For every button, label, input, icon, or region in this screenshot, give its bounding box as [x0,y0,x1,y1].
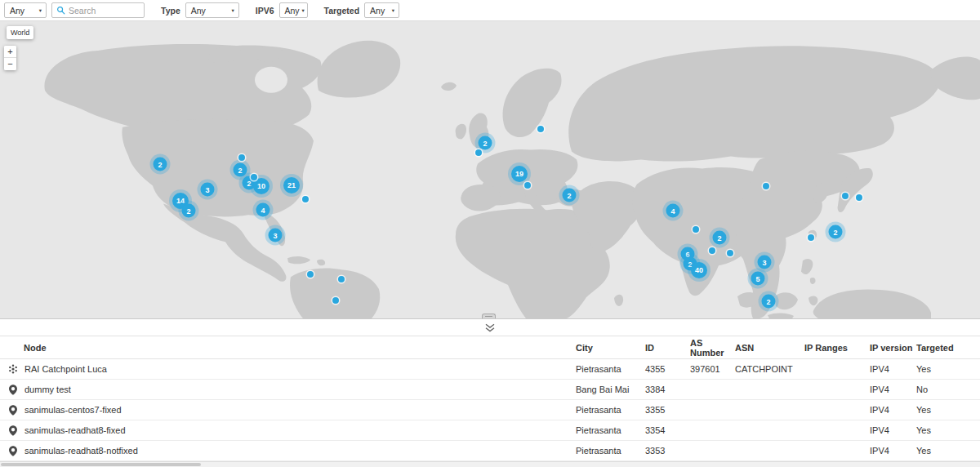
world-map-panel[interactable]: 231422210214321924262403522 World + − [0,21,980,318]
node-table: Node City ID AS Number ASN IP Ranges IP … [0,336,980,461]
column-header-ip-ranges[interactable]: IP Ranges [804,343,870,353]
ipv6-label: IPV6 [256,6,274,16]
map-cluster-marker[interactable]: 3 [269,229,283,242]
map-cluster-marker[interactable]: 2 [713,231,727,245]
map-cluster-marker[interactable]: 2 [479,136,492,150]
table-row[interactable]: sanimulas-centos7-fixedPietrasanta3355IP… [0,400,980,420]
filter-toolbar: Any ▾ Type Any ▾ IPV6 Any ▾ Targeted Any… [0,0,980,21]
map-cluster-marker[interactable]: 5 [751,272,765,286]
search-icon [56,6,65,15]
location-pin-icon [8,425,18,436]
map-cluster-marker[interactable]: 2 [563,189,577,202]
zoom-controls: + − [4,46,16,70]
map-node-dot[interactable] [524,182,531,189]
type-select[interactable]: Any ▾ [185,2,239,18]
targeted-value: Any [370,6,385,16]
cell-targeted: Yes [916,364,980,374]
map-cluster-marker[interactable]: 2 [154,158,167,171]
ipv6-select[interactable]: Any ▾ [279,2,308,18]
map-node-dot[interactable] [808,234,814,241]
node-cluster-icon [8,364,18,374]
cell-id: 3384 [645,385,690,394]
map-node-dot[interactable] [693,226,699,233]
table-row[interactable]: dummy testBang Bai Mai3384IPV4No [0,380,980,400]
marker-layer: 231422210214321924262403522 [0,21,980,318]
map-node-dot[interactable] [763,183,769,189]
node-name: RAI Catchpoint Luca [24,364,107,374]
map-node-dot[interactable] [856,194,862,201]
map-cluster-marker[interactable]: 10 [253,178,270,194]
map-node-dot[interactable] [238,154,245,161]
cell-city: Bang Bai Mai [576,385,645,394]
cell-as-number: 397601 [690,364,735,374]
node-filter-value: Any [10,6,24,16]
cell-targeted: Yes [916,405,980,415]
scrollbar-thumb[interactable] [1,463,201,466]
cell-ip-version: IPV4 [870,425,916,435]
cell-city: Pietrasanta [576,405,645,415]
cell-ip-version: IPV4 [870,446,916,456]
column-header-asn[interactable]: ASN [735,343,804,353]
cell-targeted: Yes [916,425,980,435]
map-node-dot[interactable] [251,174,257,180]
node-name: dummy test [24,385,71,394]
map-cluster-marker[interactable]: 2 [234,163,247,177]
cell-city: Pietrasanta [576,425,645,435]
map-node-dot[interactable] [727,250,733,256]
table-row[interactable]: RAI Catchpoint LucaPietrasanta4355397601… [0,359,980,380]
map-node-dot[interactable] [332,297,339,304]
map-node-dot[interactable] [338,276,345,282]
world-zoom-button[interactable]: World [7,26,33,39]
column-header-ip-version[interactable]: IP version [870,343,916,353]
map-cluster-marker[interactable]: 2 [182,204,196,218]
map-cluster-marker[interactable]: 2 [762,295,776,309]
map-node-dot[interactable] [475,149,482,156]
cell-id: 3355 [645,405,690,415]
cell-id: 3354 [645,425,690,435]
column-header-city[interactable]: City [576,343,645,353]
zoom-in-button[interactable]: + [4,46,16,58]
node-filter-select[interactable]: Any ▾ [4,2,47,18]
map-cluster-marker[interactable]: 3 [201,183,215,197]
search-box[interactable] [51,2,145,18]
map-node-dot[interactable] [709,247,715,254]
cell-city: Pietrasanta [576,364,645,374]
map-node-dot[interactable] [537,126,544,132]
node-name: sanimulas-centos7-fixed [24,405,122,415]
targeted-select[interactable]: Any ▾ [364,2,399,18]
map-cluster-marker[interactable]: 4 [256,203,270,217]
map-node-dot[interactable] [842,193,849,199]
map-node-dot[interactable] [302,196,309,202]
table-row[interactable]: sanimulas-readhat8-notfixedPietrasanta33… [0,441,980,461]
zoom-out-button[interactable]: − [4,58,16,70]
map-cluster-marker[interactable]: 4 [666,204,680,218]
panel-splitter[interactable] [0,318,980,336]
chevron-down-icon: ▾ [392,7,394,14]
type-value: Any [191,6,206,16]
targeted-label: Targeted [324,6,360,16]
map-cluster-marker[interactable]: 2 [829,225,843,239]
splitter-drag-handle[interactable] [482,314,496,318]
map-node-dot[interactable] [307,271,314,278]
column-header-node[interactable]: Node [0,343,576,353]
map-cluster-marker[interactable]: 40 [691,262,707,278]
cell-ip-version: IPV4 [870,364,916,374]
ipv6-value: Any [285,6,300,16]
column-header-targeted[interactable]: Targeted [916,343,980,353]
column-header-id[interactable]: ID [645,343,690,353]
cell-ip-version: IPV4 [870,405,916,415]
collapse-double-chevron-down-icon[interactable] [484,323,496,332]
cell-id: 4355 [645,364,690,374]
map-cluster-marker[interactable]: 19 [511,166,528,182]
horizontal-scrollbar[interactable] [0,461,980,467]
node-table-body: RAI Catchpoint LucaPietrasanta4355397601… [0,359,980,461]
column-header-as-number[interactable]: AS Number [690,338,735,358]
node-name: sanimulas-readhat8-fixed [24,425,126,435]
search-input[interactable] [69,6,140,16]
cell-city: Pietrasanta [576,446,645,456]
cell-targeted: Yes [916,446,980,456]
table-row[interactable]: sanimulas-readhat8-fixedPietrasanta3354I… [0,420,980,441]
map-cluster-marker[interactable]: 3 [758,256,772,269]
map-cluster-marker[interactable]: 21 [283,177,300,193]
cell-targeted: No [916,385,980,394]
